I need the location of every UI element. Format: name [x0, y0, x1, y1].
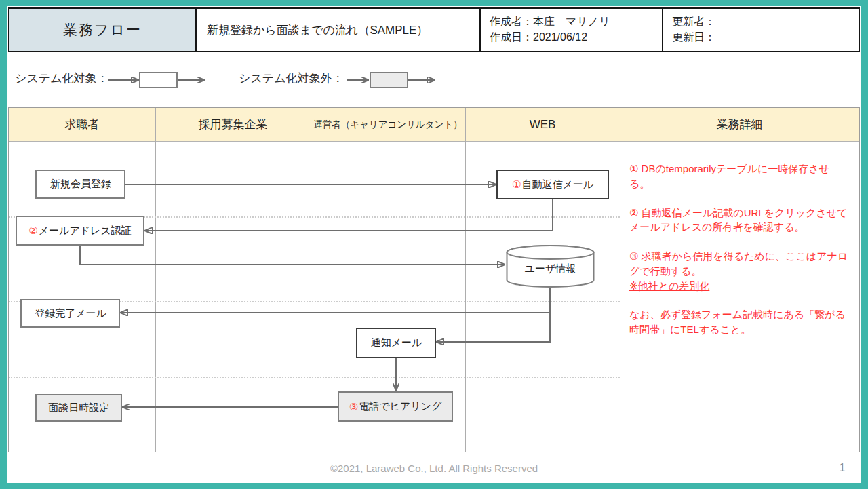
- lane-header-operator: 運営者（キャリアコンサルタント）: [311, 108, 465, 141]
- updater-line: 更新者：: [672, 14, 859, 29]
- lane-header-hiring-company: 採用募集企業: [155, 108, 311, 141]
- node-notification-mail: 通知メール: [356, 328, 436, 358]
- legend-in-scope-label: システム化対象：: [15, 71, 108, 86]
- lane-header-task-detail: 業務詳細: [620, 108, 859, 141]
- node-number: ③: [349, 401, 358, 413]
- node-number: ①: [512, 178, 521, 191]
- note-2: ② 自動返信メール記載のURLをクリックさせてメールアドレスの所有者を確認する。: [629, 206, 849, 235]
- lane-divider-1: [155, 108, 156, 452]
- phase-divider-3: [9, 377, 620, 378]
- node-label: 電話でヒアリング: [359, 400, 441, 413]
- note-3-text: ③ 求職者から信用を得るために、ここはアナログで行動する。: [629, 250, 848, 277]
- node-phone-hearing: ③ 電話でヒアリング: [338, 391, 453, 422]
- note-1: ① DBのtemporarilyテーブルに一時保存させる。: [629, 161, 849, 191]
- lane-divider-4: [620, 108, 620, 452]
- node-email-address-auth: ② メールアドレス認証: [16, 216, 144, 246]
- business-flow-document: { "header": { "doc_type": "業務フロー", "titl…: [0, 0, 868, 489]
- node-label: 自動返信メール: [521, 178, 593, 191]
- node-label: 面談日時設定: [49, 402, 110, 414]
- notes-panel: ① DBのtemporarilyテーブルに一時保存させる。 ② 自動返信メール記…: [629, 161, 849, 351]
- doc-type-cell: 業務フロー: [9, 9, 197, 51]
- author-cell: 作成者：本庄 マサノリ 作成日：2021/06/12: [481, 9, 663, 51]
- node-label: 新規会員登録: [50, 178, 111, 191]
- node-new-member-registration: 新規会員登録: [35, 170, 125, 199]
- lane-divider-2: [311, 108, 311, 452]
- lane-divider-3: [465, 108, 466, 452]
- updated-date-line: 更新日：: [672, 29, 859, 45]
- node-user-info-db: ユーザ情報: [506, 245, 595, 288]
- lane-header-row: 求職者 採用募集企業 運営者（キャリアコンサルタント） WEB 業務詳細: [9, 108, 859, 142]
- note-4: なお、必ず登録フォーム記載時にある「繋がる時間帯」にTELすること。: [629, 307, 849, 337]
- node-label: 登録完了メール: [35, 307, 106, 320]
- note-3-underlined: ※他社との差別化: [629, 280, 709, 292]
- node-label: 通知メール: [371, 336, 422, 349]
- lane-header-web: WEB: [465, 108, 620, 141]
- node-interview-schedule: 面談日時設定: [35, 394, 122, 422]
- node-registration-complete-mail: 登録完了メール: [20, 299, 120, 328]
- document-header: 業務フロー 新規登録から面談までの流れ（SAMPLE） 作成者：本庄 マサノリ …: [8, 7, 860, 52]
- lane-header-jobseeker: 求職者: [9, 108, 155, 141]
- legend-out-scope-shape: [370, 72, 408, 88]
- updater-cell: 更新者： 更新日：: [663, 9, 859, 51]
- node-auto-reply-mail: ① 自動返信メール: [496, 170, 609, 199]
- created-date-line: 作成日：2021/06/12: [490, 29, 662, 45]
- node-label: ユーザ情報: [506, 262, 595, 275]
- legend-in-scope-shape: [139, 72, 178, 88]
- node-number: ②: [28, 224, 37, 237]
- doc-title-cell: 新規登録から面談までの流れ（SAMPLE）: [197, 9, 481, 51]
- doc-type-label: 業務フロー: [63, 20, 142, 39]
- page-number: 1: [835, 462, 849, 474]
- note-3: ③ 求職者から信用を得るために、ここはアナログで行動する。 ※他社との差別化: [629, 249, 849, 293]
- doc-title: 新規登録から面談までの流れ（SAMPLE）: [207, 22, 428, 38]
- legend-out-scope-label: システム化対象外：: [239, 71, 344, 86]
- author-line: 作成者：本庄 マサノリ: [490, 14, 662, 29]
- node-label: メールアドレス認証: [39, 224, 132, 237]
- footer-copyright: ©2021, Laraweb Co., Ltd. All Rights Rese…: [0, 463, 868, 474]
